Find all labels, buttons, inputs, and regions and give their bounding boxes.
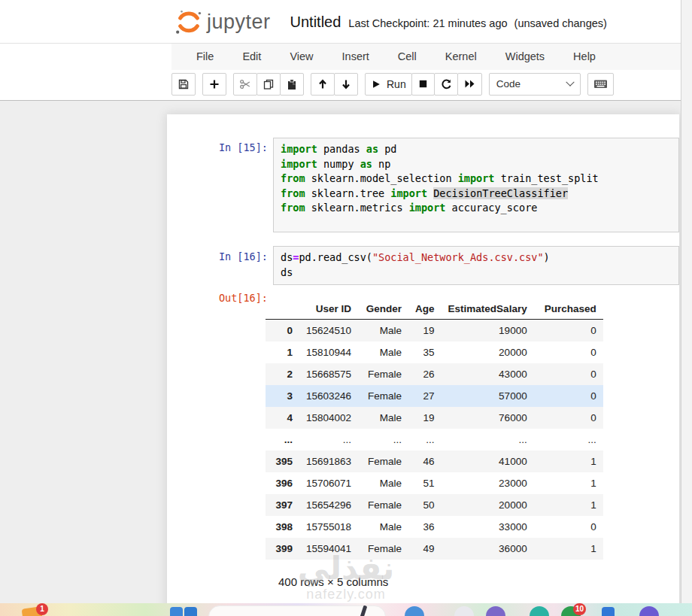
cut-icon [239, 78, 251, 90]
menu-edit[interactable]: Edit [228, 44, 275, 70]
keyboard-icon [593, 78, 608, 90]
table-cell: 41000 [442, 451, 534, 472]
table-cell: 15804002 [299, 407, 358, 429]
row-index: 1 [266, 341, 299, 363]
table-cell: ... [534, 429, 603, 451]
table-cell: 1 [534, 451, 603, 472]
table-cell: 51 [408, 472, 442, 494]
code-cell-input[interactable]: ds=pd.read_csv("Social_Network_Ads.csv.c… [273, 246, 679, 285]
table-row: 115810944Male35200000 [266, 341, 603, 363]
table-cell: Female [358, 363, 408, 385]
copy-cell-button[interactable] [256, 73, 281, 96]
interrupt-kernel-button[interactable] [411, 73, 435, 96]
table-cell: 35 [408, 341, 442, 363]
input-prompt-15: In [15]: [197, 141, 268, 153]
table-cell: 19 [408, 407, 442, 429]
cell-type-dropdown[interactable]: Code [489, 73, 581, 96]
table-cell: 23000 [442, 472, 534, 494]
table-cell: 0 [534, 385, 603, 407]
fast-forward-icon [463, 78, 476, 90]
unsaved-changes-label: (unsaved changes) [514, 17, 607, 29]
table-cell: Female [358, 385, 408, 407]
row-index: 3 [266, 385, 299, 407]
restart-kernel-button[interactable] [434, 73, 458, 96]
menu-bar: FileEditViewInsertCellKernelWidgetsHelp [171, 44, 681, 70]
table-row: .................. [266, 429, 603, 451]
app-blue-tile-icon[interactable] [170, 607, 183, 616]
table-cell: 76000 [442, 407, 534, 429]
table-cell: 15654296 [299, 494, 358, 516]
menu-widgets[interactable]: Widgets [491, 44, 559, 70]
paste-cell-button[interactable] [280, 73, 304, 96]
app-blue-square-icon[interactable] [602, 607, 615, 616]
table-cell: 0 [534, 320, 603, 342]
table-cell: Female [358, 451, 408, 472]
command-palette-button[interactable] [587, 73, 614, 96]
notebook-title[interactable]: Untitled [290, 14, 341, 31]
table-cell: 1 [534, 494, 603, 516]
arrow-down-icon [340, 78, 352, 90]
run-cell-button[interactable]: Run [365, 73, 412, 96]
taskbar-search-pill[interactable] [208, 605, 386, 616]
toolbar: Run Code [171, 72, 614, 96]
code-cell-input[interactable]: import pandas as pd import numpy as np f… [273, 138, 679, 232]
table-cell: Male [358, 472, 408, 494]
jupyter-logo[interactable]: jupyter [175, 8, 271, 36]
checkpoint-status: Last Checkpoint: 21 minutes ago [348, 17, 507, 29]
table-cell: 46 [408, 451, 442, 472]
app-purple-icon[interactable] [486, 606, 505, 616]
run-button-label: Run [387, 78, 406, 90]
table-cell: ... [442, 429, 534, 451]
paste-icon [286, 78, 298, 90]
table-cell: 1 [534, 472, 603, 494]
app-orange-icon-badge: 1 [36, 603, 48, 615]
app-blue-tile2-icon[interactable] [184, 607, 197, 616]
move-cell-up-button[interactable] [311, 73, 335, 96]
cell-type-value: Code [496, 78, 521, 90]
table-cell: 15706071 [299, 472, 358, 494]
table-header-row: User IDGenderAgeEstimatedSalaryPurchased [266, 299, 603, 320]
row-index: 399 [266, 538, 299, 560]
jupyter-notebook-window: jupyter Untitled Last Checkpoint: 21 min… [0, 0, 692, 616]
row-index: ... [266, 429, 299, 451]
app-light-icon[interactable] [454, 606, 474, 616]
table-cell: 50 [408, 494, 442, 516]
cut-cell-button[interactable] [233, 73, 257, 96]
column-header: Age [408, 299, 442, 320]
table-cell: 20000 [442, 341, 534, 363]
table-cell: ... [299, 429, 358, 451]
table-row: 39715654296Female50200001 [266, 494, 603, 516]
arrow-up-icon [317, 78, 329, 90]
app-violet-icon[interactable] [639, 606, 659, 616]
table-cell: 15594041 [299, 538, 358, 560]
column-header [266, 299, 299, 320]
menu-insert[interactable]: Insert [328, 44, 384, 70]
jupyter-wordmark: jupyter [207, 11, 271, 34]
table-row: 39615706071Male51230001 [266, 472, 603, 494]
menu-cell[interactable]: Cell [384, 44, 431, 70]
save-icon [178, 78, 190, 90]
vertical-scrollbar[interactable] [681, 0, 692, 616]
add-cell-button[interactable] [202, 73, 226, 96]
menu-view[interactable]: View [275, 44, 327, 70]
table-cell: Male [358, 516, 408, 538]
menu-file[interactable]: File [182, 44, 228, 70]
stop-icon [417, 78, 429, 90]
table-cell: Male [358, 320, 408, 342]
jupyter-logo-icon [175, 8, 203, 36]
restart-run-all-button[interactable] [457, 73, 482, 96]
table-cell: 0 [534, 341, 603, 363]
app-green-icon-badge: 10 [573, 603, 586, 615]
table-cell: 33000 [442, 516, 534, 538]
menu-kernel[interactable]: Kernel [431, 44, 491, 70]
row-index: 4 [266, 407, 299, 429]
app-blue-icon[interactable] [405, 606, 424, 616]
output-prompt-16: Out[16]: [197, 292, 268, 304]
move-cell-down-button[interactable] [334, 73, 358, 96]
app-teal-icon[interactable] [530, 606, 549, 616]
column-header: Gender [358, 299, 408, 320]
menu-help[interactable]: Help [559, 44, 610, 70]
save-button[interactable] [171, 73, 196, 96]
table-cell: 15624510 [299, 320, 358, 342]
table-cell: ... [358, 429, 408, 451]
